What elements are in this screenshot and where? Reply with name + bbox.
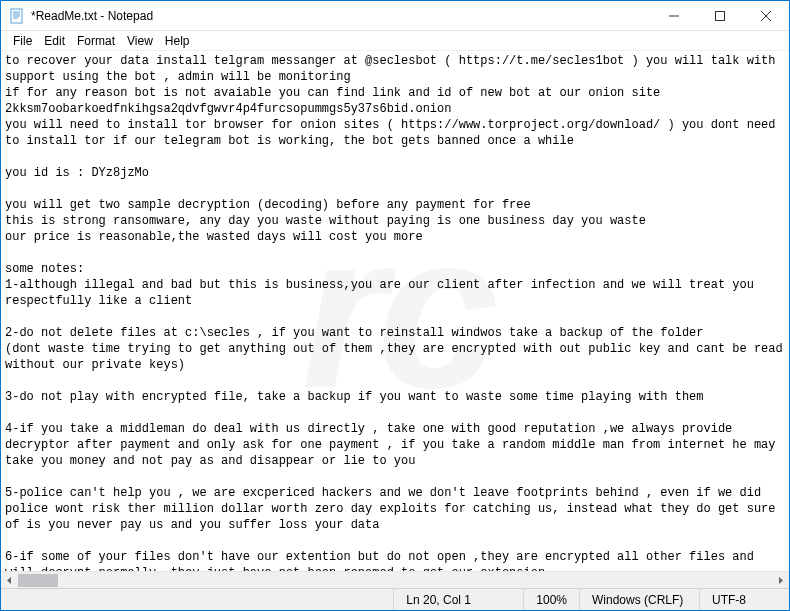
status-position: Ln 20, Col 1 [393,589,523,610]
document-text: to recover your data install telgram mes… [5,54,789,571]
menu-view[interactable]: View [121,32,159,50]
menu-format[interactable]: Format [71,32,121,50]
close-button[interactable] [743,1,789,30]
status-encoding: UTF-8 [699,589,789,610]
titlebar[interactable]: *ReadMe.txt - Notepad [1,1,789,31]
window-title: *ReadMe.txt - Notepad [31,9,153,23]
watermark: rc [301,303,489,319]
maximize-button[interactable] [697,1,743,30]
status-line-ending: Windows (CRLF) [579,589,699,610]
text-area[interactable]: rcto recover your data install telgram m… [1,51,789,571]
notepad-icon [9,8,25,24]
svg-marker-9 [7,577,11,584]
statusbar: Ln 20, Col 1 100% Windows (CRLF) UTF-8 [1,588,789,610]
scroll-right-button[interactable] [772,572,789,589]
menu-help[interactable]: Help [159,32,196,50]
menu-file[interactable]: File [7,32,38,50]
scroll-track[interactable] [18,572,772,588]
svg-rect-6 [716,11,725,20]
status-zoom: 100% [523,589,579,610]
minimize-button[interactable] [651,1,697,30]
horizontal-scrollbar[interactable] [1,571,789,588]
scroll-left-button[interactable] [1,572,18,589]
window-controls [651,1,789,30]
menu-edit[interactable]: Edit [38,32,71,50]
menubar: File Edit Format View Help [1,31,789,51]
scroll-thumb[interactable] [18,574,58,587]
svg-marker-10 [779,577,783,584]
